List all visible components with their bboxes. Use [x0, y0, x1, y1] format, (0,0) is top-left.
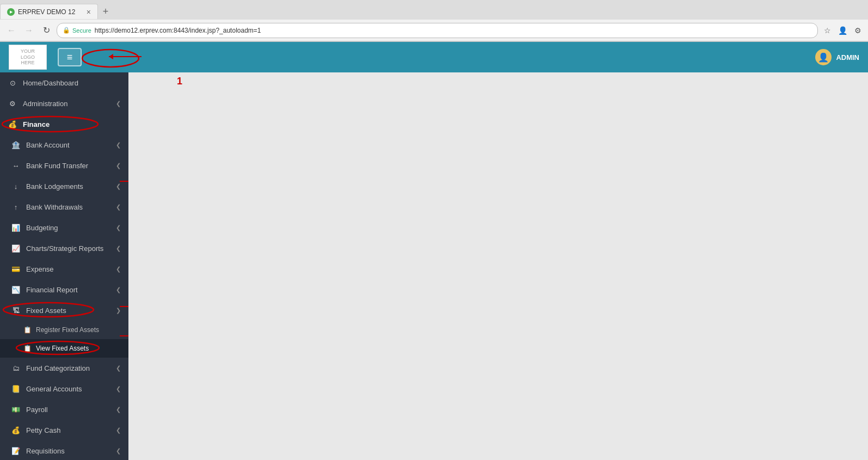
- chevron-icon: ❮: [116, 385, 121, 392]
- annotation-oval-1: [81, 48, 146, 69]
- svg-point-0: [82, 50, 139, 67]
- hamburger-icon: ≡: [67, 52, 73, 63]
- sidebar-item-bank-fund-transfer[interactable]: ↔ Bank Fund Transfer ❮: [0, 155, 128, 176]
- sidebar-subitem-label: View Fixed Assets: [36, 345, 89, 352]
- extensions-icon[interactable]: ⚙: [852, 24, 864, 36]
- sidebar-item-label: Bank Account: [26, 141, 70, 149]
- budgeting-icon: 📊: [11, 223, 21, 232]
- hamburger-button[interactable]: ≡: [58, 48, 82, 66]
- new-tab-button[interactable]: +: [98, 4, 113, 19]
- tab-favicon: [7, 8, 15, 16]
- sidebar-item-label: Petty Cash: [26, 426, 61, 434]
- sidebar-item-petty-cash[interactable]: 💰 Petty Cash ❮: [0, 420, 128, 440]
- chevron-icon: ❮: [116, 245, 121, 252]
- secure-icon: 🔒: [63, 27, 70, 34]
- sidebar-item-label: Fund Categorization: [26, 364, 90, 372]
- fixed-assets-icon: 🏗: [11, 305, 21, 315]
- sidebar-item-expense[interactable]: 💳 Expense ❮: [0, 259, 128, 279]
- sidebar-item-label: Financial Report: [26, 286, 78, 294]
- general-accounts-icon: 📒: [11, 384, 21, 394]
- main-content: [128, 72, 868, 460]
- bank-lodgements-icon: ↓: [11, 181, 21, 191]
- profile-icon[interactable]: 👤: [836, 24, 848, 36]
- bookmarks-icon[interactable]: ☆: [821, 24, 833, 36]
- sidebar-item-label: Budgeting: [26, 224, 58, 232]
- fund-categorization-icon: 🗂: [11, 363, 21, 373]
- sidebar-subitem-register-fixed-assets[interactable]: 📋 Register Fixed Assets: [0, 321, 128, 339]
- sidebar-item-bank-account[interactable]: 🏦 Bank Account ❮: [0, 134, 128, 155]
- financial-report-icon: 📉: [11, 285, 21, 295]
- sidebar-item-label: General Accounts: [26, 385, 82, 393]
- admin-avatar: 👤: [815, 49, 832, 65]
- chevron-icon: ❮: [116, 365, 121, 372]
- address-text: https://demo12.erprev.com:8443/index.jsp…: [95, 27, 261, 34]
- chevron-icon: ❮: [116, 224, 121, 231]
- sidebar-item-payroll[interactable]: 💵 Payroll ❮: [0, 399, 128, 420]
- sidebar-item-label: Fixed Assets: [26, 306, 66, 315]
- sidebar-item-label: Bank Fund Transfer: [26, 162, 88, 170]
- sidebar-item-administration[interactable]: ⚙ Administration ❮: [0, 93, 128, 114]
- sidebar-item-budgeting[interactable]: 📊 Budgeting ❮: [0, 217, 128, 238]
- svg-marker-2: [109, 54, 113, 59]
- annotation-number-1: 1: [177, 76, 182, 87]
- bank-withdrawals-icon: ↑: [11, 202, 21, 212]
- finance-icon: 💰: [8, 119, 17, 129]
- app-header: YOUR LOGO HERE ≡ 1 👤 ADMIN: [0, 42, 868, 72]
- reload-button[interactable]: ↻: [39, 23, 53, 38]
- register-fixed-assets-icon: 📋: [23, 326, 32, 334]
- forward-button[interactable]: →: [22, 23, 36, 38]
- chevron-icon: ❮: [116, 183, 121, 190]
- sidebar-item-finance[interactable]: 💰 Finance: [0, 114, 128, 134]
- sidebar-item-charts[interactable]: 📈 Charts/Strategic Reports ❮: [0, 238, 128, 259]
- nav-icons: ☆ 👤 ⚙: [821, 24, 864, 36]
- chevron-icon: ❮: [116, 266, 121, 273]
- active-tab[interactable]: ERPREV DEMO 12 ×: [0, 4, 98, 19]
- sidebar-item-requisitions[interactable]: 📝 Requisitions ❮: [0, 440, 128, 460]
- sidebar-item-general-accounts[interactable]: 📒 General Accounts ❮: [0, 378, 128, 399]
- expense-icon: 💳: [11, 264, 21, 274]
- chevron-icon: ❮: [116, 406, 121, 413]
- payroll-icon: 💵: [11, 404, 21, 414]
- app-container: YOUR LOGO HERE ≡ 1 👤 ADMIN ⊙ Home/Dashbo…: [0, 42, 868, 460]
- sidebar-item-home[interactable]: ⊙ Home/Dashboard: [0, 72, 128, 93]
- sidebar-item-fund-categorization[interactable]: 🗂 Fund Categorization ❮: [0, 358, 128, 378]
- address-bar[interactable]: 🔒 Secure https://demo12.erprev.com:8443/…: [57, 23, 818, 38]
- sidebar-item-label: Payroll: [26, 406, 48, 414]
- sidebar-item-bank-withdrawals[interactable]: ↑ Bank Withdrawals ❮: [0, 197, 128, 217]
- logo: YOUR LOGO HERE: [9, 45, 47, 70]
- sidebar-item-label: Administration: [23, 100, 67, 108]
- chevron-down-icon: ❯: [116, 307, 121, 314]
- chevron-icon: ❮: [116, 204, 121, 211]
- sidebar-item-fixed-assets[interactable]: 🏗 Fixed Assets ❯: [0, 300, 128, 321]
- annotation-arrow-1: [109, 48, 174, 65]
- sidebar-item-label: Requisitions: [26, 447, 65, 455]
- chevron-icon: ❮: [116, 162, 121, 169]
- requisitions-icon: 📝: [11, 446, 21, 456]
- charts-icon: 📈: [11, 243, 21, 253]
- sidebar-subitem-label: Register Fixed Assets: [36, 326, 99, 334]
- sidebar-item-label: Finance: [23, 120, 50, 128]
- admin-label: ADMIN: [836, 53, 859, 62]
- tab-title: ERPREV DEMO 12: [18, 8, 75, 16]
- app-body: ⊙ Home/Dashboard ⚙ Administration ❮ 💰 Fi…: [0, 72, 868, 460]
- nav-bar: ← → ↻ 🔒 Secure https://demo12.erprev.com…: [0, 20, 868, 41]
- bank-account-icon: 🏦: [11, 140, 21, 150]
- sidebar-item-financial-report[interactable]: 📉 Financial Report ❮: [0, 279, 128, 300]
- sidebar: ⊙ Home/Dashboard ⚙ Administration ❮ 💰 Fi…: [0, 72, 128, 460]
- sidebar-item-label: Bank Withdrawals: [26, 203, 83, 211]
- admin-area: 👤 ADMIN: [815, 49, 859, 65]
- browser-chrome: ERPREV DEMO 12 × + ← → ↻ 🔒 Secure https:…: [0, 0, 868, 42]
- sidebar-item-label: Home/Dashboard: [23, 79, 78, 87]
- sidebar-item-bank-lodgements[interactable]: ↓ Bank Lodgements ❮: [0, 176, 128, 197]
- bank-fund-transfer-icon: ↔: [11, 161, 21, 170]
- chevron-icon: ❮: [116, 427, 121, 434]
- secure-label: Secure: [72, 27, 91, 34]
- chevron-icon: ❮: [116, 447, 121, 455]
- view-fixed-assets-icon: 📋: [23, 344, 32, 353]
- administration-icon: ⚙: [8, 99, 17, 108]
- sidebar-subitem-view-fixed-assets[interactable]: 📋 View Fixed Assets: [0, 339, 128, 358]
- back-button[interactable]: ←: [4, 23, 19, 38]
- chevron-icon: ❮: [116, 100, 121, 107]
- tab-close-btn[interactable]: ×: [87, 8, 91, 16]
- sidebar-item-label: Bank Lodgements: [26, 182, 83, 191]
